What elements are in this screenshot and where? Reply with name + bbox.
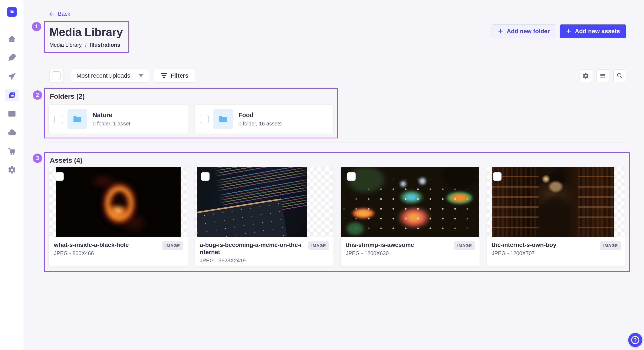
sidebar-item-marketplace[interactable] <box>0 142 24 161</box>
asset-type-badge: IMAGE <box>308 241 329 250</box>
page-title: Media Library <box>50 25 123 38</box>
filter-icon <box>161 73 167 78</box>
folder-icon <box>218 114 228 124</box>
breadcrumb-separator: / <box>85 42 86 48</box>
sidebar-item-releases[interactable] <box>0 67 24 86</box>
sort-select-value: Most recent uploads <box>76 72 130 79</box>
strapi-logo-glyph <box>9 9 15 15</box>
home-icon <box>8 35 16 43</box>
asset-name: a-bug-is-becoming-a-meme-on-the-internet <box>200 241 305 256</box>
asset-card-bug-meme[interactable]: a-bug-is-becoming-a-meme-on-the-internet… <box>194 167 334 267</box>
help-button[interactable]: ? <box>628 333 642 347</box>
asset-checkbox[interactable] <box>493 172 502 181</box>
asset-checkbox[interactable] <box>55 172 64 181</box>
add-new-assets-label: Add new assets <box>575 28 620 35</box>
sidebar-item-home[interactable] <box>0 29 24 48</box>
back-link[interactable]: Back <box>48 11 70 17</box>
folder-checkbox[interactable] <box>200 115 209 123</box>
section-divider <box>48 142 626 143</box>
folder-meta: 0 folder, 16 assets <box>238 121 282 127</box>
folder-meta: 0 folder, 1 asset <box>93 121 130 127</box>
cart-icon <box>8 147 16 156</box>
back-label: Back <box>58 11 70 17</box>
question-mark-icon: ? <box>631 336 639 344</box>
folder-checkbox[interactable] <box>54 115 63 123</box>
asset-checkbox[interactable] <box>201 172 210 181</box>
gear-icon <box>582 72 589 79</box>
breadcrumb-root[interactable]: Media Library <box>50 42 82 48</box>
list-view-button[interactable] <box>596 69 609 82</box>
search-icon <box>616 72 623 79</box>
gear-icon <box>8 166 16 174</box>
assets-section: 3 Assets (4) what-s-inside-a-black-hole … <box>44 152 630 272</box>
sidebar-item-content-manager[interactable] <box>0 104 24 123</box>
asset-card-shrimp[interactable]: this-shrimp-is-awesome JPEG - 1200X630 I… <box>340 167 480 267</box>
asset-thumbnail-area <box>49 167 188 237</box>
asset-image-black-hole <box>56 167 181 237</box>
asset-name: the-internet-s-own-boy <box>492 241 597 249</box>
search-button[interactable] <box>613 69 626 82</box>
filters-label: Filters <box>170 72 188 79</box>
select-all-checkbox-card[interactable] <box>50 69 63 82</box>
asset-type-badge: IMAGE <box>454 241 475 250</box>
plus-icon <box>566 28 572 34</box>
asset-meta: JPEG - 3628X2419 <box>200 257 305 264</box>
sidebar-item-settings[interactable] <box>0 161 24 179</box>
sidebar-nav <box>0 29 24 179</box>
folders-section-title: Folders (2) <box>50 93 334 100</box>
annotation-badge-3: 3 <box>33 154 42 163</box>
breadcrumb-current: Illustrations <box>90 42 120 48</box>
sidebar-item-content[interactable] <box>0 48 24 67</box>
view-settings-button[interactable] <box>579 69 592 82</box>
layout-icon <box>8 110 16 118</box>
asset-meta: JPEG - 800X466 <box>54 250 159 256</box>
sidebar <box>0 0 24 350</box>
asset-name: what-s-inside-a-black-hole <box>54 241 159 249</box>
add-new-folder-label: Add new folder <box>507 28 550 35</box>
asset-thumbnail-area <box>195 167 334 237</box>
paper-plane-icon <box>8 72 16 81</box>
breadcrumb: Media Library / Illustrations <box>50 42 123 48</box>
asset-card-internets-own-boy[interactable]: the-internet-s-own-boy JPEG - 1200X707 I… <box>486 167 626 267</box>
toolbar: Most recent uploads Filters <box>43 69 626 82</box>
asset-thumbnail-area <box>341 167 480 237</box>
arrow-left-icon <box>48 11 55 17</box>
folder-icon <box>72 114 82 124</box>
asset-card-black-hole[interactable]: what-s-inside-a-black-hole JPEG - 800X46… <box>48 167 188 267</box>
feather-icon <box>8 53 16 62</box>
filters-button[interactable]: Filters <box>154 69 195 82</box>
folder-icon-wrap <box>214 109 233 129</box>
chevron-down-icon <box>139 74 143 77</box>
strapi-logo-icon[interactable] <box>7 7 17 17</box>
logo-cell <box>0 0 24 24</box>
select-all-checkbox[interactable] <box>52 71 60 80</box>
folder-name: Food <box>238 112 282 119</box>
asset-image-shrimp <box>342 167 479 237</box>
sidebar-item-cloud[interactable] <box>0 123 24 142</box>
add-new-assets-button[interactable]: Add new assets <box>560 24 626 38</box>
asset-checkbox[interactable] <box>347 172 356 181</box>
asset-type-badge: IMAGE <box>600 241 621 250</box>
sort-select[interactable]: Most recent uploads <box>71 69 149 82</box>
asset-type-badge: IMAGE <box>162 241 183 250</box>
asset-image-code-laptop <box>197 167 307 237</box>
folder-icon-wrap <box>68 109 87 129</box>
main-content: Back 1 Media Library Media Library / Ill… <box>24 0 644 272</box>
folders-section: 2 Folders (2) Nature 0 folder, 1 asset <box>44 88 338 138</box>
list-icon <box>599 72 606 79</box>
asset-name: this-shrimp-is-awesome <box>346 241 451 249</box>
annotation-badge-2: 2 <box>33 90 42 100</box>
cloud-icon <box>8 128 16 137</box>
asset-meta: JPEG - 1200X630 <box>346 250 451 256</box>
folder-card-food[interactable]: Food 0 folder, 16 assets <box>194 105 334 134</box>
asset-thumbnail-area <box>486 167 626 237</box>
asset-meta: JPEG - 1200X707 <box>492 250 597 256</box>
folder-name: Nature <box>93 112 130 119</box>
sidebar-item-media-library[interactable] <box>0 86 24 104</box>
asset-image-library-portrait <box>492 167 614 237</box>
folder-card-nature[interactable]: Nature 0 folder, 1 asset <box>48 105 188 134</box>
plus-icon <box>498 28 503 34</box>
assets-section-title: Assets (4) <box>50 157 626 164</box>
add-new-folder-button[interactable]: Add new folder <box>492 24 556 38</box>
annotation-badge-1: 1 <box>32 22 41 31</box>
